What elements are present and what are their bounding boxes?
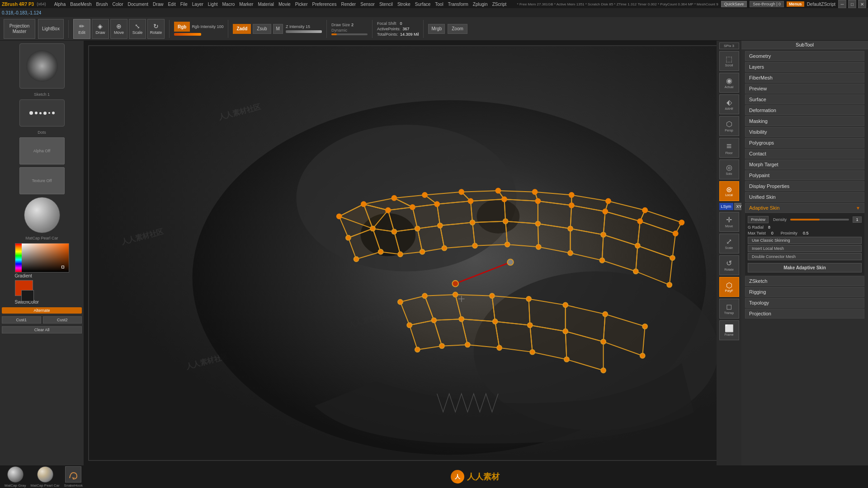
hue-bar[interactable] — [15, 244, 22, 272]
use-classic-skinning-button[interactable]: Use Classic Skinning — [748, 237, 862, 244]
transp-button[interactable]: ◻ Transp — [719, 299, 739, 319]
cust1-button[interactable]: Cust1 — [2, 316, 41, 324]
zadd-button[interactable]: Zadd — [233, 24, 251, 34]
close-icon[interactable]: ✕ — [858, 0, 866, 8]
menu-picker[interactable]: Picker — [293, 2, 310, 7]
local-button[interactable]: ⊛ Local — [719, 181, 739, 201]
rotate-tool-button[interactable]: ↺ Rotate — [719, 255, 739, 275]
unified-skin-header[interactable]: Unified Skin — [745, 192, 864, 202]
z-intensity-slider[interactable] — [286, 30, 322, 33]
matcap-gray-preview[interactable]: MatCap Gray — [5, 466, 26, 488]
menu-document[interactable]: Document — [126, 2, 151, 7]
menu-stroke[interactable]: Stroke — [396, 2, 412, 7]
menu-zscript[interactable]: ZScript — [491, 2, 509, 7]
menu-layer[interactable]: Layer — [190, 2, 205, 7]
menu-zplugin[interactable]: Zplugin — [471, 2, 490, 7]
double-connector-mesh-button[interactable]: Double Connector Mesh — [748, 253, 862, 260]
display-properties-header[interactable]: Display Properties — [745, 181, 864, 191]
menu-file[interactable]: File — [179, 2, 189, 7]
scroll-button[interactable]: ⬚ Scroll — [719, 51, 739, 71]
alternate-button[interactable]: Alternate — [2, 307, 82, 314]
preview-header[interactable]: Preview — [745, 84, 864, 94]
fibermesh-header[interactable]: FiberMesh — [745, 73, 864, 83]
menu-transform[interactable]: Transform — [446, 2, 470, 7]
visibility-header[interactable]: Visibility — [745, 127, 864, 137]
polypaint-header[interactable]: Polypaint — [745, 170, 864, 180]
menu-color[interactable]: Color — [111, 2, 125, 7]
persp-button[interactable]: ⬡ Persp — [719, 116, 739, 136]
minimize-icon[interactable]: ─ — [838, 0, 846, 8]
viewport-inner[interactable]: 人人素材社区 人人素材社区 人人素材社区 人人素材社区 人人素材社区 — [88, 45, 737, 461]
geometry-header[interactable]: Geometry — [745, 51, 864, 61]
projection-header[interactable]: Projection — [745, 309, 864, 319]
density-slider[interactable] — [790, 219, 849, 221]
move-tool-button[interactable]: ✛ Move — [719, 212, 739, 232]
actual-button[interactable]: ◉ Actual — [719, 73, 739, 93]
surface-header[interactable]: Surface — [745, 94, 864, 104]
edit-button[interactable]: ✏ Edit — [73, 19, 90, 39]
rgb-slider[interactable] — [174, 33, 201, 36]
deformation-header[interactable]: Deformation — [745, 105, 864, 115]
solo-button[interactable]: ◎ Solo — [719, 160, 739, 179]
menu-draw[interactable]: Draw — [151, 2, 165, 7]
move-button[interactable]: ⊕ Move — [110, 19, 127, 39]
menu-basemesh[interactable]: BaseMesh — [68, 2, 93, 7]
make-adaptive-skin-button[interactable]: Make Adaptive Skin — [748, 263, 862, 272]
menu-alpha[interactable]: Alpha — [52, 2, 68, 7]
contact-header[interactable]: Contact — [745, 149, 864, 159]
color-picker-area[interactable]: Gradient SwitchColor — [15, 243, 69, 305]
snake-hook-preview[interactable]: SnakeHook — [64, 466, 83, 488]
aahlf-button[interactable]: ⬖ AAHlf — [719, 94, 739, 114]
preview-button[interactable]: Preview — [748, 216, 769, 223]
see-through-button[interactable]: See-through | 0 — [750, 1, 784, 7]
rotate-button[interactable]: ↻ Rotate — [147, 19, 165, 39]
brush-preview[interactable] — [19, 43, 65, 89]
lightbox-button[interactable]: LightBox — [38, 19, 64, 39]
polyf-button[interactable]: ⬡ PolyF — [719, 277, 739, 297]
menu-stencil[interactable]: Stencil — [377, 2, 395, 7]
menu-marker[interactable]: Marker — [237, 2, 255, 7]
insert-local-mesh-button[interactable]: Insert Local Mesh — [748, 245, 862, 252]
mrgb-button[interactable]: Mrgb — [428, 24, 445, 34]
zsub-button[interactable]: Zsub — [253, 24, 271, 34]
adaptive-skin-header[interactable]: Adaptive Skin ▼ — [745, 203, 864, 213]
morph-target-header[interactable]: Morph Target — [745, 160, 864, 169]
menu-edit[interactable]: Edit — [166, 2, 177, 7]
polygroups-header[interactable]: Polygroups — [745, 138, 864, 148]
zsketch-header[interactable]: ZSketch — [745, 276, 864, 286]
menu-brush[interactable]: Brush — [94, 2, 109, 7]
draw-button[interactable]: ◈ Draw — [92, 19, 109, 39]
material-ball[interactable] — [24, 197, 60, 233]
rigging-header[interactable]: Rigging — [745, 287, 864, 297]
clear-all-button[interactable]: Clear All — [2, 326, 82, 333]
texture-off-box[interactable]: Texture Off — [19, 167, 65, 194]
saturation-box[interactable] — [22, 244, 69, 272]
frame-button[interactable]: ⬜ Frame — [719, 320, 739, 340]
quick-save-button[interactable]: QuickSave — [721, 1, 747, 7]
projection-master-button[interactable]: Projection Master — [4, 19, 35, 39]
menu-preferences[interactable]: Preferences — [310, 2, 338, 7]
menu-tool[interactable]: Tool — [433, 2, 445, 7]
scale-tool-button[interactable]: ⤢ Scale — [719, 234, 739, 253]
brush-stroke-preview[interactable] — [19, 99, 65, 127]
rgb-button[interactable]: Rgb — [174, 22, 190, 32]
menu-render[interactable]: Render — [339, 2, 358, 7]
layers-header[interactable]: Layers — [745, 62, 864, 72]
menu-light[interactable]: Light — [206, 2, 220, 7]
topology-header[interactable]: Topology — [745, 298, 864, 308]
m-button[interactable]: M — [273, 24, 283, 34]
alpha-off-box[interactable]: Alpha Off — [19, 137, 65, 164]
zoom-button[interactable]: Zoom — [448, 24, 467, 34]
menu-macro[interactable]: Macro — [221, 2, 237, 7]
cust2-button[interactable]: Cust2 — [43, 316, 82, 324]
matcap-pearl-car-preview[interactable]: MatCap Pearl Car — [31, 466, 60, 488]
menu-movie[interactable]: Movie — [277, 2, 292, 7]
menu-material[interactable]: Material — [256, 2, 276, 7]
menus-button[interactable]: Menus — [787, 1, 804, 7]
draw-size-slider[interactable] — [331, 33, 368, 35]
menu-surface[interactable]: Surface — [413, 2, 432, 7]
masking-header[interactable]: Masking — [745, 116, 864, 126]
menu-sensor[interactable]: Sensor — [359, 2, 377, 7]
background-color-swatch[interactable] — [21, 290, 34, 301]
xyz-button[interactable]: XYZ — [734, 203, 741, 210]
